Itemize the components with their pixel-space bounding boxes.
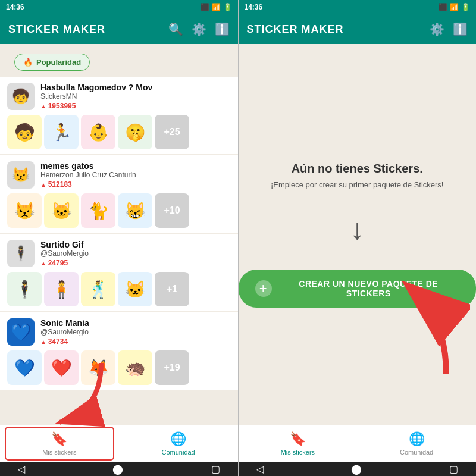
- app-bar-left: STICKER MAKER 🔍 ⚙️ ℹ️: [0, 14, 238, 44]
- down-arrow-icon: ↓: [350, 213, 364, 246]
- pack-info-gatos: memes gatos Hemerzon Julio Cruz Canturin…: [40, 161, 231, 189]
- battery-icon-r: 🔋: [461, 3, 470, 11]
- sticker-more-surtido[interactable]: +1: [155, 272, 189, 306]
- sticker-thumb: 🤫: [118, 115, 152, 149]
- wifi-icon: 📶: [212, 3, 221, 11]
- globe-icon-left: 🌐: [170, 431, 186, 447]
- pack-author-hasbulla: StickersMN: [40, 92, 231, 101]
- pack-name-surtido: Surtido Gif: [40, 240, 231, 249]
- sticker-thumb: 🧒: [7, 115, 42, 149]
- bottom-nav-left: 🔖 Mis stickers 🌐 Comunidad: [0, 425, 238, 462]
- sticker-thumb: 🕴: [7, 272, 42, 306]
- sticker-thumb: 🐈: [81, 193, 115, 228]
- pack-avatar-hasbulla: 🧒: [7, 83, 35, 110]
- sticker-more-hasbulla[interactable]: +25: [155, 115, 189, 149]
- pack-downloads-sonic: 34734: [40, 337, 231, 346]
- screen-cast-icon-r: ⬛: [439, 3, 447, 11]
- sticker-thumb: ❤️: [44, 350, 79, 385]
- comunidad-label: Comunidad: [161, 449, 195, 456]
- sticker-row-hasbulla: 🧒 🏃 👶 🤫 +25: [7, 115, 231, 149]
- app-title-right: STICKER MAKER: [247, 23, 344, 36]
- sticker-pack-gatos[interactable]: 😾 memes gatos Hemerzon Julio Cruz Cantur…: [0, 155, 238, 233]
- home-bar-left: ◁ ⬤ ▢: [0, 462, 238, 476]
- info-button[interactable]: ℹ️: [215, 23, 230, 35]
- sticker-thumb: 🐱: [118, 272, 152, 306]
- pack-downloads-gatos: 512183: [40, 180, 231, 189]
- home-btn-left[interactable]: ⬤: [112, 464, 123, 475]
- sticker-thumb: 💙: [7, 350, 42, 385]
- empty-subtitle: ¡Empiece por crear su primer paquete de …: [253, 180, 461, 189]
- home-btn-right[interactable]: ⬤: [351, 464, 362, 475]
- popularity-label: Popularidad: [36, 58, 81, 67]
- info-button-right[interactable]: ℹ️: [453, 23, 468, 35]
- pack-author-surtido: @SauroMergio: [40, 249, 231, 258]
- time-left: 14:36: [6, 3, 24, 11]
- sticker-thumb: 🦔: [118, 350, 152, 385]
- settings-button-right[interactable]: ⚙️: [430, 23, 444, 35]
- plus-circle-icon: +: [255, 280, 272, 297]
- screen-cast-icon: ⬛: [201, 3, 209, 11]
- empty-title: Aún no tienes Stickers.: [292, 162, 423, 176]
- home-bar-right: ◁ ⬤ ▢: [239, 462, 477, 476]
- nav-mis-stickers-right[interactable]: 🔖 Mis stickers: [239, 425, 358, 462]
- back-btn-left[interactable]: ◁: [18, 464, 25, 475]
- sticker-thumb: 🦊: [81, 350, 115, 385]
- create-btn-label: CREAR UN NUEVO PAQUETE DE STICKERS: [278, 279, 460, 298]
- recents-btn-right[interactable]: ▢: [449, 464, 458, 475]
- right-panel: 14:36 ⬛ 📶 🔋 STICKER MAKER ⚙️ ℹ️ Aún no t…: [239, 0, 477, 476]
- sticker-thumb: 👶: [81, 115, 115, 149]
- pack-avatar-surtido: 🕴: [7, 240, 35, 267]
- popularity-filter-chip[interactable]: 🔥 Popularidad: [14, 54, 90, 71]
- status-bar-left: 14:36 ⬛ 📶 🔋: [0, 0, 238, 14]
- pack-author-sonic: @SauroMergio: [40, 328, 231, 336]
- app-title-left: STICKER MAKER: [8, 23, 105, 36]
- left-panel: 14:36 ⬛ 📶 🔋 STICKER MAKER 🔍 ⚙️ ℹ️ 🔥 Popu…: [0, 0, 238, 476]
- sticker-list-content: 🔥 Popularidad 🧒 Hasbulla Magomedov ? Mov…: [0, 44, 238, 425]
- time-right: 14:36: [245, 3, 263, 11]
- pack-author-gatos: Hemerzon Julio Cruz Canturin: [40, 171, 231, 179]
- nav-comunidad-left[interactable]: 🌐 Comunidad: [119, 425, 238, 462]
- settings-button[interactable]: ⚙️: [192, 23, 206, 35]
- globe-icon-right: 🌐: [409, 431, 425, 447]
- sticker-row-gatos: 😾 🐱 🐈 😸 +10: [7, 193, 231, 228]
- search-button[interactable]: 🔍: [168, 23, 183, 35]
- sticker-thumb: 😸: [118, 193, 152, 228]
- nav-mis-stickers-left[interactable]: 🔖 Mis stickers: [0, 425, 119, 462]
- sticker-thumb: 🧍: [44, 272, 79, 306]
- pack-avatar-gatos: 😾: [7, 161, 35, 189]
- create-sticker-pack-button[interactable]: + CREAR UN NUEVO PAQUETE DE STICKERS: [239, 270, 477, 308]
- comunidad-label-right: Comunidad: [400, 449, 433, 456]
- empty-state-content: Aún no tienes Stickers. ¡Empiece por cre…: [239, 44, 477, 425]
- pack-avatar-sonic: 💙: [7, 318, 35, 346]
- bottom-nav-right: 🔖 Mis stickers 🌐 Comunidad: [239, 425, 477, 462]
- pack-name-hasbulla: Hasbulla Magomedov ? Mov: [40, 83, 231, 92]
- sticker-thumb: 🏃: [44, 115, 79, 149]
- bookmark-icon-right: 🔖: [290, 431, 306, 447]
- pack-info-surtido: Surtido Gif @SauroMergio 24795: [40, 240, 231, 267]
- sticker-pack-hasbulla[interactable]: 🧒 Hasbulla Magomedov ? Mov StickersMN 19…: [0, 77, 238, 154]
- sticker-more-sonic[interactable]: +19: [155, 350, 189, 385]
- sticker-more-gatos[interactable]: +10: [155, 193, 189, 228]
- sticker-pack-sonic[interactable]: 💙 Sonic Mania @SauroMergio 34734 💙 ❤️ 🦊 …: [0, 312, 238, 390]
- pack-info-hasbulla: Hasbulla Magomedov ? Mov StickersMN 1953…: [40, 83, 231, 110]
- pack-downloads-hasbulla: 1953995: [40, 102, 231, 110]
- mis-stickers-label-right: Mis stickers: [281, 449, 315, 456]
- nav-comunidad-right[interactable]: 🌐 Comunidad: [357, 425, 476, 462]
- sticker-thumb: 🕺: [81, 272, 115, 306]
- wifi-icon-r: 📶: [450, 3, 459, 11]
- sticker-row-surtido: 🕴 🧍 🕺 🐱 +1: [7, 272, 231, 306]
- sticker-pack-surtido[interactable]: 🕴 Surtido Gif @SauroMergio 24795 🕴 🧍 🕺 🐱…: [0, 234, 238, 311]
- sticker-row-sonic: 💙 ❤️ 🦊 🦔 +19: [7, 350, 231, 385]
- recents-btn-left[interactable]: ▢: [211, 464, 220, 475]
- pack-name-gatos: memes gatos: [40, 161, 231, 171]
- sticker-thumb: 😾: [7, 193, 42, 228]
- pack-downloads-surtido: 24795: [40, 259, 231, 267]
- status-bar-right: 14:36 ⬛ 📶 🔋: [239, 0, 477, 14]
- back-btn-right[interactable]: ◁: [256, 464, 264, 475]
- sticker-thumb: 🐱: [44, 193, 79, 228]
- nav-highlight-border: [5, 427, 114, 461]
- fire-icon: 🔥: [23, 58, 33, 67]
- pack-info-sonic: Sonic Mania @SauroMergio 34734: [40, 318, 231, 346]
- pack-name-sonic: Sonic Mania: [40, 318, 231, 328]
- app-bar-right: STICKER MAKER ⚙️ ℹ️: [239, 14, 477, 44]
